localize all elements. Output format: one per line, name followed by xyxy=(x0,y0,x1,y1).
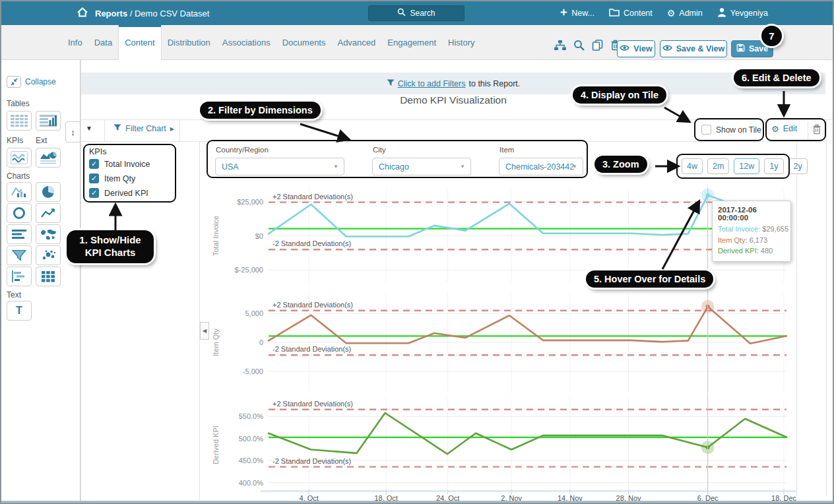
chevron-down-icon: ▼ xyxy=(333,164,338,170)
breadcrumb[interactable]: Reports / Demo CSV Dataset xyxy=(95,9,209,18)
kpi-checkbox-total-invoice[interactable]: ✓Total Invoice xyxy=(89,159,150,169)
collapse-chart-panel-button[interactable]: ◀ xyxy=(200,322,209,340)
new-menu[interactable]: New... xyxy=(560,9,594,18)
zoom-button-4w[interactable]: 4w xyxy=(682,158,703,174)
delete-chart-button[interactable] xyxy=(812,124,821,137)
scatter-chart-widget-button[interactable] xyxy=(36,245,61,265)
ext-section-label: Ext xyxy=(36,136,47,145)
kpi-checkbox-derived-kpi[interactable]: ✓Derived KPI xyxy=(89,188,148,198)
tooltip-rows: Total Invoice: $29,655Item Qty: 6,173Der… xyxy=(718,224,785,257)
breadcrumb-section[interactable]: Reports xyxy=(95,9,127,18)
hierarchy-icon[interactable] xyxy=(554,40,566,53)
add-filters-link[interactable]: Click to add Filters xyxy=(398,79,466,88)
svg-text:-2 Standard Deviation(s): -2 Standard Deviation(s) xyxy=(273,345,351,353)
tab-data[interactable]: Data xyxy=(88,25,118,60)
callout-edit-delete: 6. Edit & Delete xyxy=(734,69,819,86)
eye-icon xyxy=(662,44,672,53)
gantt-chart-widget-button[interactable] xyxy=(7,267,32,286)
report-editor-page: Reports / Demo CSV Dataset Search New...… xyxy=(0,0,834,504)
callout-seven: 7 xyxy=(761,26,782,46)
show-on-tile-checkbox[interactable]: Show on Tile xyxy=(701,125,761,135)
map-chart-widget-button[interactable] xyxy=(36,224,61,244)
bottom-bar xyxy=(1,501,833,504)
save-and-view-button[interactable]: Save & View xyxy=(660,40,727,57)
grid-chart-widget-button[interactable] xyxy=(36,267,61,286)
plus-icon xyxy=(560,9,567,18)
table-widget-button[interactable] xyxy=(7,111,32,131)
charts-section-label: Charts xyxy=(7,172,30,181)
checkbox-unchecked[interactable] xyxy=(701,125,711,135)
svg-text:5,000: 5,000 xyxy=(245,309,263,317)
filter-chart-button[interactable]: Filter Chart ▶ xyxy=(113,124,174,133)
item-qty-chart[interactable]: 5,0000-5,000+2 Standard Deviation(s)-2 S… xyxy=(209,292,796,393)
kpi-sparkline-icon xyxy=(11,151,28,164)
text-section-label: Text xyxy=(7,290,21,299)
checkbox-checked[interactable]: ✓ xyxy=(89,159,99,169)
kpi-label: Item Qty xyxy=(104,174,135,183)
pie-chart-widget-button[interactable] xyxy=(36,182,61,202)
edit-chart-button[interactable]: ⚙ Edit xyxy=(771,124,797,133)
zoom-button-1y[interactable]: 1y xyxy=(764,158,783,174)
search-content-icon[interactable] xyxy=(573,40,585,53)
tab-distribution[interactable]: Distribution xyxy=(162,25,216,60)
chart-tooltip: 2017-12-06 00:00:00 Total Invoice: $29,6… xyxy=(712,201,791,262)
tab-info[interactable]: Info xyxy=(62,25,88,60)
combo-chart-widget-button[interactable] xyxy=(7,182,32,202)
callout-display-on-tile: 4. Display on Tile xyxy=(573,86,666,104)
total-invoice-chart[interactable]: $25,000$0$-25,000+2 Standard Deviation(s… xyxy=(209,188,796,284)
zoom-range-buttons: 4w2m12w1y2y xyxy=(682,158,808,174)
save-icon xyxy=(736,44,745,54)
combo-chart-icon xyxy=(11,186,27,198)
admin-menu[interactable]: ⚙ Admin xyxy=(667,9,703,18)
collapse-kpi-panel-button[interactable]: ▼ xyxy=(86,125,92,132)
breadcrumb-item: / Demo CSV Dataset xyxy=(130,9,210,18)
line-chart-widget-button[interactable] xyxy=(36,203,61,223)
callout-show-hide-kpi-charts: 1. Show/Hide KPI Charts xyxy=(67,230,154,263)
donut-chart-widget-button[interactable] xyxy=(7,203,32,223)
line-chart-icon xyxy=(40,207,56,219)
search-button[interactable]: Search xyxy=(368,5,465,21)
zoom-button-2m[interactable]: 2m xyxy=(707,158,729,174)
kpi-widget-button[interactable] xyxy=(7,148,32,168)
tab-history[interactable]: History xyxy=(442,25,480,60)
bar-chart-widget-button[interactable] xyxy=(7,224,32,244)
user-name: Yevgeniya xyxy=(730,9,768,18)
dimension-select-country-region[interactable]: USA▼ xyxy=(215,158,344,175)
tab-associations[interactable]: Associations xyxy=(216,25,276,60)
checkbox-checked[interactable]: ✓ xyxy=(89,188,99,198)
tab-documents[interactable]: Documents xyxy=(276,25,332,60)
tab-advanced[interactable]: Advanced xyxy=(331,25,381,60)
search-icon xyxy=(397,8,406,18)
view-button[interactable]: View xyxy=(617,40,655,57)
scatter-plot-icon xyxy=(40,249,56,261)
home-icon[interactable] xyxy=(77,7,88,20)
selected-value: USA xyxy=(222,162,239,172)
report-title: Demo KPI Visualization xyxy=(80,94,826,106)
content-menu[interactable]: Content xyxy=(609,8,653,18)
zoom-button-2y[interactable]: 2y xyxy=(788,158,808,174)
view-label: View xyxy=(633,44,652,53)
filter-icon xyxy=(113,124,121,133)
svg-text:+2 Standard Deviation(s): +2 Standard Deviation(s) xyxy=(273,193,353,201)
collapse-sidebar-button[interactable]: Collapse xyxy=(7,76,56,88)
kpi-checkbox-item-qty[interactable]: ✓Item Qty xyxy=(89,173,135,183)
tab-engagement[interactable]: Engagement xyxy=(381,25,442,60)
gear-icon: ⚙ xyxy=(771,125,779,133)
pivot-table-widget-button[interactable] xyxy=(36,111,61,131)
zoom-button-12w[interactable]: 12w xyxy=(734,158,759,174)
ext-widget-button[interactable] xyxy=(36,148,61,168)
dimension-select-city[interactable]: Chicago▼ xyxy=(372,158,471,175)
funnel-chart-icon xyxy=(11,249,27,261)
copy-icon[interactable] xyxy=(592,40,603,53)
row-resize-handle[interactable]: ↕ xyxy=(65,121,80,142)
dimension-select-item[interactable]: Chemicals-203442▼ xyxy=(499,158,583,175)
user-menu[interactable]: Yevgeniya xyxy=(717,7,768,19)
checkbox-checked[interactable]: ✓ xyxy=(89,173,99,183)
text-widget-button[interactable]: T xyxy=(7,301,32,321)
funnel-chart-widget-button[interactable] xyxy=(7,245,32,265)
derived-kpi-chart[interactable]: 550.0%500.0%450.0%400.0%+2 Standard Devi… xyxy=(209,397,796,493)
tab-content[interactable]: Content xyxy=(118,25,162,60)
kpi-label: Derived KPI xyxy=(104,189,148,198)
world-map-icon xyxy=(40,228,57,240)
callout-hover-for-details: 5. Hover Over for Details xyxy=(586,270,713,288)
